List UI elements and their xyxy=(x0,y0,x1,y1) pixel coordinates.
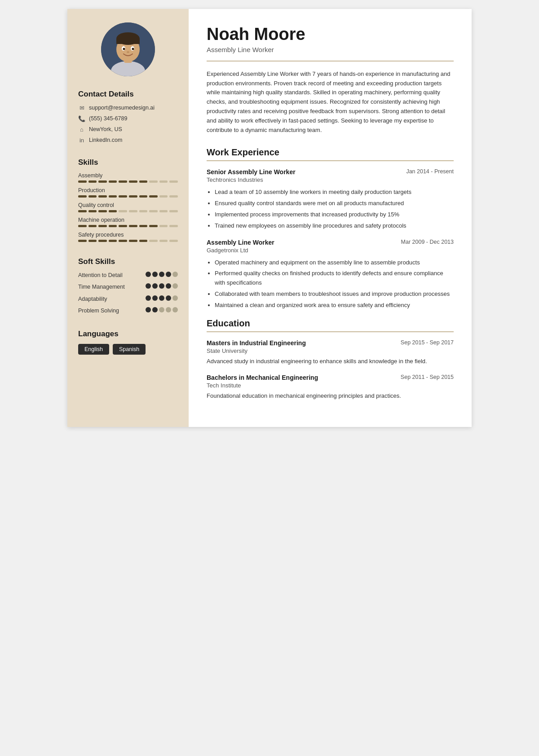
skill-bar-segment xyxy=(78,240,87,242)
svg-rect-5 xyxy=(116,39,140,44)
location-icon: ⌂ xyxy=(78,126,85,133)
contact-phone: 📞 (555) 345-6789 xyxy=(78,115,178,122)
edu-date: Sep 2015 - Sep 2017 xyxy=(401,339,454,346)
skill-bar-segment xyxy=(149,195,158,198)
skill-name: Assembly xyxy=(78,172,178,179)
skill-bar-segment xyxy=(129,225,137,227)
soft-skill-dot xyxy=(146,295,151,301)
skill-bar-segment xyxy=(109,180,117,183)
phone-icon: 📞 xyxy=(78,115,85,122)
languages-section: Languages EnglishSpanish xyxy=(78,330,178,355)
skill-bar xyxy=(78,195,178,198)
soft-skill-row: Time Management xyxy=(78,283,178,290)
job-bullets: Operated machinery and equipment on the … xyxy=(207,258,454,310)
skill-name: Machine operation xyxy=(78,217,178,223)
skill-bar-segment xyxy=(98,225,107,227)
soft-skills-title: Soft Skills xyxy=(78,257,178,266)
soft-skill-dot xyxy=(152,272,158,277)
sidebar: Contact Details ✉ support@resumedesign.a… xyxy=(67,9,189,427)
header-divider xyxy=(207,61,454,62)
skill-name: Safety procedures xyxy=(78,232,178,238)
edu-school: Tech Institute xyxy=(207,382,454,389)
soft-skill-dot xyxy=(172,307,178,312)
skill-bar-segment xyxy=(119,195,127,198)
job-title: Assembly Line Worker xyxy=(207,239,274,246)
job-entry: Assembly Line WorkerMar 2009 - Dec 2013G… xyxy=(207,239,454,310)
skill-bar-segment xyxy=(119,180,127,183)
soft-skill-dot xyxy=(159,295,164,301)
skill-bar-segment xyxy=(88,225,97,227)
skill-bar-segment xyxy=(139,195,148,198)
skill-bar-segment xyxy=(159,180,168,183)
languages-title: Languages xyxy=(78,330,178,338)
jobs-list: Senior Assembly Line WorkerJan 2014 - Pr… xyxy=(207,168,454,310)
job-bullet: Trained new employees on assembly line p… xyxy=(215,221,454,231)
soft-skill-dot xyxy=(166,272,171,277)
email-text: support@resumedesign.ai xyxy=(89,105,155,111)
skill-bar-segment xyxy=(159,240,168,242)
skill-bar-segment xyxy=(109,195,117,198)
skill-bar-segment xyxy=(169,210,178,212)
soft-skill-dots xyxy=(142,272,178,277)
skill-bar-segment xyxy=(119,210,127,212)
skill-bar-segment xyxy=(129,210,137,212)
edu-desc: Advanced study in industrial engineering… xyxy=(207,357,454,366)
soft-skill-dot xyxy=(172,272,178,277)
language-tag: Spanish xyxy=(113,344,146,355)
linkedin-icon: in xyxy=(78,136,85,144)
skill-name: Production xyxy=(78,187,178,193)
avatar-container xyxy=(78,22,178,76)
job-header: Senior Assembly Line WorkerJan 2014 - Pr… xyxy=(207,168,454,176)
skill-bar-segment xyxy=(139,210,148,212)
skill-bar xyxy=(78,225,178,227)
soft-skill-dots xyxy=(142,295,178,301)
email-icon: ✉ xyxy=(78,104,85,111)
candidate-name: Noah Moore xyxy=(207,25,454,44)
skill-bar-segment xyxy=(169,180,178,183)
skill-bar-segment xyxy=(149,180,158,183)
resume-container: Contact Details ✉ support@resumedesign.a… xyxy=(67,9,472,427)
skill-bar-segment xyxy=(149,210,158,212)
contact-email: ✉ support@resumedesign.ai xyxy=(78,104,178,111)
skill-bar-segment xyxy=(159,210,168,212)
soft-skill-name: Problem Solving xyxy=(78,307,128,314)
candidate-title: Assembly Line Worker xyxy=(207,46,454,53)
skill-bar-segment xyxy=(169,225,178,227)
job-company: Techtronics Industries xyxy=(207,176,454,183)
skill-bar-segment xyxy=(78,225,87,227)
soft-skill-dot xyxy=(152,283,158,289)
job-date: Jan 2014 - Present xyxy=(406,168,454,175)
soft-skill-dot xyxy=(172,283,178,289)
skill-bar-segment xyxy=(98,240,107,242)
edu-entry: Masters in Industrial EngineeringSep 201… xyxy=(207,339,454,366)
location-text: NewYork, US xyxy=(89,126,122,132)
soft-skill-dot xyxy=(159,272,164,277)
skill-bar-segment xyxy=(139,240,148,242)
skill-bar-segment xyxy=(98,210,107,212)
edu-header: Bachelors in Mechanical EngineeringSep 2… xyxy=(207,374,454,381)
job-entry: Senior Assembly Line WorkerJan 2014 - Pr… xyxy=(207,168,454,230)
soft-skill-dot xyxy=(159,307,164,312)
skill-bar-segment xyxy=(169,240,178,242)
skill-bar-segment xyxy=(78,195,87,198)
skill-item: Machine operation xyxy=(78,217,178,227)
skill-bar-segment xyxy=(139,180,148,183)
skill-bar-segment xyxy=(129,240,137,242)
soft-skill-dot xyxy=(152,295,158,301)
skill-bar-segment xyxy=(119,240,127,242)
skill-bar-segment xyxy=(98,180,107,183)
soft-skills-list: Attention to DetailTime ManagementAdapta… xyxy=(78,272,178,314)
svg-point-10 xyxy=(127,51,129,53)
skill-bar xyxy=(78,180,178,183)
skill-bar-segment xyxy=(78,210,87,212)
skill-bar-segment xyxy=(88,180,97,183)
skill-bar-segment xyxy=(159,225,168,227)
avatar xyxy=(101,22,155,76)
skill-item: Production xyxy=(78,187,178,198)
soft-skill-row: Attention to Detail xyxy=(78,272,178,279)
soft-skill-name: Adaptability xyxy=(78,295,128,303)
edu-date: Sep 2011 - Sep 2015 xyxy=(401,374,454,380)
contact-linkedin: in LinkedIn.com xyxy=(78,136,178,144)
contact-location: ⌂ NewYork, US xyxy=(78,126,178,133)
skill-bar-segment xyxy=(119,225,127,227)
